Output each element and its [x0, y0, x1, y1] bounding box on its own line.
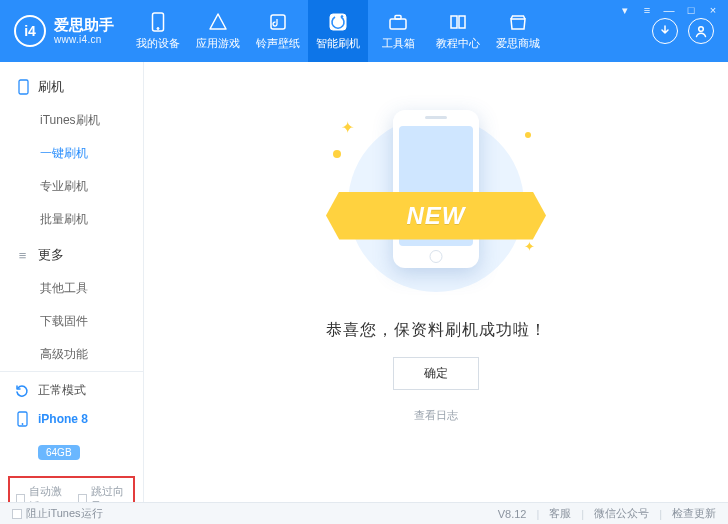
device-icon	[148, 12, 168, 32]
header-bar: i4 爱思助手 www.i4.cn 我的设备 应用游戏 铃声壁纸	[0, 0, 728, 62]
brand-url: www.i4.cn	[54, 34, 114, 45]
svg-rect-5	[395, 15, 401, 19]
svg-point-1	[157, 27, 159, 29]
svg-rect-4	[390, 19, 406, 29]
logo-icon: i4	[14, 15, 46, 47]
logo: i4 爱思助手 www.i4.cn	[0, 0, 128, 62]
music-icon	[268, 12, 288, 32]
top-nav: 我的设备 应用游戏 铃声壁纸 智能刷机 工具箱	[128, 0, 648, 62]
sidebar-item-batch-flash[interactable]: 批量刷机	[0, 203, 143, 236]
sidebar-item-pro-flash[interactable]: 专业刷机	[0, 170, 143, 203]
checkbox-label: 阻止iTunes运行	[26, 506, 103, 521]
book-icon	[448, 12, 468, 32]
download-button[interactable]	[652, 18, 678, 44]
svg-rect-2	[271, 15, 285, 29]
sparkle-icon: ✦	[341, 118, 354, 137]
nav-apps-games[interactable]: 应用游戏	[188, 0, 248, 62]
version-label: V8.12	[498, 508, 527, 520]
phone-icon	[14, 411, 30, 427]
main-content: ✦ ✦ NEW 恭喜您，保资料刷机成功啦！ 确定 查看日志	[144, 62, 728, 502]
svg-point-6	[699, 27, 704, 32]
device-row: iPhone 8 64GB	[0, 409, 143, 470]
wechat-link[interactable]: 微信公众号	[594, 506, 649, 521]
nav-toolbox[interactable]: 工具箱	[368, 0, 428, 62]
checkbox-icon	[12, 509, 22, 519]
support-link[interactable]: 客服	[549, 506, 571, 521]
store-icon	[508, 12, 528, 32]
storage-badge: 64GB	[38, 445, 80, 460]
ribbon-text: NEW	[407, 202, 466, 230]
sidebar-section-label: 更多	[38, 246, 64, 264]
checkbox-block-itunes[interactable]: 阻止iTunes运行	[12, 506, 103, 521]
nav-label: 工具箱	[382, 36, 415, 51]
minimize-icon[interactable]: —	[662, 4, 676, 17]
svg-point-9	[21, 423, 23, 425]
sidebar-item-other-tools[interactable]: 其他工具	[0, 272, 143, 305]
more-icon: ≡	[16, 248, 30, 262]
toolbox-icon	[388, 12, 408, 32]
svg-rect-7	[19, 80, 28, 94]
skin-icon[interactable]: ▾	[618, 4, 632, 17]
menu-icon[interactable]: ≡	[640, 4, 654, 17]
nav-label: 我的设备	[136, 36, 180, 51]
nav-label: 应用游戏	[196, 36, 240, 51]
flash-icon	[328, 12, 348, 32]
sidebar-item-onekey-flash[interactable]: 一键刷机	[0, 137, 143, 170]
sidebar-section-label: 刷机	[38, 78, 64, 96]
nav-label: 教程中心	[436, 36, 480, 51]
nav-ringtones[interactable]: 铃声壁纸	[248, 0, 308, 62]
new-ribbon: NEW	[326, 192, 546, 240]
mode-row: 正常模式	[0, 372, 143, 409]
sidebar-device-status: 正常模式 iPhone 8 64GB	[0, 371, 143, 470]
sidebar: 刷机 iTunes刷机 一键刷机 专业刷机 批量刷机 ≡ 更多 其他工具 下载固…	[0, 62, 144, 502]
brand-name: 爱思助手	[54, 17, 114, 34]
sidebar-section-flash: 刷机	[0, 68, 143, 104]
sidebar-item-advanced[interactable]: 高级功能	[0, 338, 143, 371]
footer-bar: 阻止iTunes运行 V8.12 | 客服 | 微信公众号 | 检查更新	[0, 502, 728, 524]
nav-store[interactable]: 爱思商城	[488, 0, 548, 62]
close-icon[interactable]: ×	[706, 4, 720, 17]
nav-label: 智能刷机	[316, 36, 360, 51]
ok-button[interactable]: 确定	[393, 357, 479, 390]
apps-icon	[208, 12, 228, 32]
refresh-icon[interactable]	[14, 383, 30, 399]
window-controls: ▾ ≡ — □ ×	[618, 4, 720, 17]
check-update-link[interactable]: 检查更新	[672, 506, 716, 521]
nav-my-device[interactable]: 我的设备	[128, 0, 188, 62]
nav-label: 爱思商城	[496, 36, 540, 51]
mode-label: 正常模式	[38, 382, 86, 399]
sidebar-item-itunes-flash[interactable]: iTunes刷机	[0, 104, 143, 137]
success-message: 恭喜您，保资料刷机成功啦！	[326, 320, 547, 341]
phone-illustration	[393, 110, 479, 268]
nav-smart-flash[interactable]: 智能刷机	[308, 0, 368, 62]
sidebar-item-download-fw[interactable]: 下载固件	[0, 305, 143, 338]
nav-tutorials[interactable]: 教程中心	[428, 0, 488, 62]
sparkle-icon: ✦	[524, 239, 535, 254]
device-label: iPhone 8	[38, 412, 88, 426]
success-illustration: ✦ ✦ NEW	[327, 108, 545, 300]
device-small-icon	[16, 80, 30, 94]
user-button[interactable]	[688, 18, 714, 44]
nav-label: 铃声壁纸	[256, 36, 300, 51]
maximize-icon[interactable]: □	[684, 4, 698, 17]
sidebar-section-more: ≡ 更多	[0, 236, 143, 272]
view-log-link[interactable]: 查看日志	[414, 408, 458, 423]
